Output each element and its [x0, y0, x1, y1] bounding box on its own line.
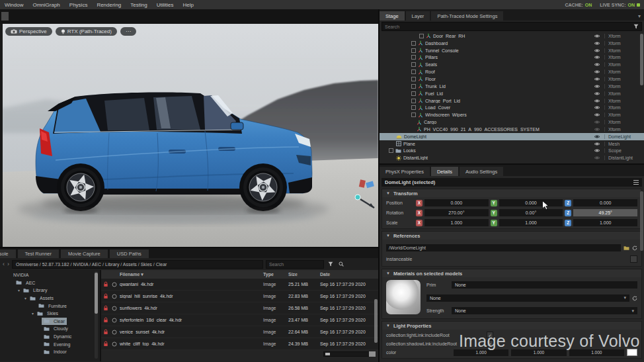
tab-test-runner[interactable]: Test Runner: [18, 249, 59, 258]
stage-row-load-cover[interactable]: Load_CoverXform: [380, 104, 644, 111]
expander-box[interactable]: [411, 62, 416, 67]
file-list-hscrollbar[interactable]: [323, 351, 374, 357]
expander-box[interactable]: [389, 148, 393, 153]
menu-testing[interactable]: Testing: [126, 2, 151, 8]
stage-row-dashboard[interactable]: DashboardXform: [380, 40, 644, 47]
visibility-eye-icon[interactable]: [590, 134, 604, 139]
refresh-icon[interactable]: [632, 292, 637, 304]
file-list-scrollbar[interactable]: [374, 299, 378, 343]
folder-dynamic[interactable]: Dynamic: [0, 333, 100, 341]
reference-path-field[interactable]: /World/DomeLight: [386, 244, 621, 251]
visibility-eye-icon[interactable]: [590, 77, 604, 81]
visibility-eye-icon[interactable]: [590, 34, 604, 38]
properties-scrollbar[interactable]: [640, 191, 643, 251]
file-row-syferfontein-18d-clear-4k-hdr[interactable]: syferfontein_18d_clear_4k.hdrImage23.47 …: [101, 314, 378, 326]
expander-icon[interactable]: ▾: [17, 288, 21, 293]
stage-row-domelight[interactable]: DomeLightDomeLight: [380, 133, 644, 140]
stage-row-looks[interactable]: LooksScope: [380, 148, 644, 155]
rotation-z-field[interactable]: 49.25°: [573, 209, 637, 216]
breadcrumb-back-icon[interactable]: ‹: [3, 261, 5, 267]
materials-section-header[interactable]: ▼ Materials on selected models: [382, 269, 641, 277]
col-filename[interactable]: Filename ▾: [118, 272, 263, 277]
file-row-signal-hill-sunrise-4k-hdr[interactable]: signal_hill_sunrise_4k.hdrImage22.83 MBS…: [101, 291, 378, 302]
visibility-eye-icon[interactable]: [590, 62, 604, 67]
prim-field[interactable]: None: [452, 281, 637, 289]
expander-box[interactable]: [411, 77, 416, 81]
transform-section-header[interactable]: ▼ Transform: [382, 189, 641, 197]
breadcrumb[interactable]: Omniverse / 52.87.73.182 / NVIDIA / AEC …: [12, 260, 263, 269]
visibility-eye-icon[interactable]: [590, 113, 604, 117]
renderer-selector-button[interactable]: RTX (Path-Traced): [56, 27, 117, 36]
menu-help[interactable]: Help: [178, 2, 198, 8]
refresh-icon[interactable]: [632, 242, 637, 253]
position-y-field[interactable]: 0.000: [499, 199, 563, 206]
expander-icon[interactable]: ▾: [23, 296, 28, 300]
stage-row-tunnel-console[interactable]: Tunnel_ConsoleXform: [380, 47, 644, 54]
expander-box[interactable]: [411, 99, 416, 103]
visibility-eye-icon[interactable]: [590, 99, 604, 103]
breadcrumb-forward-icon[interactable]: ›: [7, 261, 9, 267]
references-section-header[interactable]: ▼ References: [382, 232, 641, 240]
visibility-eye-icon[interactable]: [590, 48, 604, 53]
expander-box[interactable]: [411, 105, 416, 110]
menu-physics[interactable]: Physics: [65, 2, 93, 8]
stage-row-plane[interactable]: PlaneMesh: [380, 140, 644, 148]
visibility-eye-icon[interactable]: [590, 55, 604, 60]
stage-scrollbar[interactable]: [640, 34, 643, 85]
tab-details[interactable]: Details: [431, 167, 458, 176]
col-type[interactable]: Type: [263, 272, 288, 277]
file-row-sunflowers-4k-hdr[interactable]: sunflowers_4k.hdrImage26.58 MBSep 16 17:…: [101, 302, 378, 314]
stage-row-cargo[interactable]: CargoXform: [380, 118, 644, 126]
stage-row-door-rear-rh[interactable]: Door_Rear_RHXform: [380, 32, 644, 40]
expander-box[interactable]: [411, 69, 416, 74]
folder-evening[interactable]: Evening: [0, 340, 100, 348]
search-icon[interactable]: [337, 261, 345, 267]
stage-search-input[interactable]: Search: [382, 22, 642, 31]
menu-window[interactable]: Window: [0, 2, 28, 8]
tab-physx-properties[interactable]: PhysX Properties: [380, 167, 430, 176]
filter-icon[interactable]: [633, 24, 639, 30]
folder-assets[interactable]: ▾Assets: [0, 294, 100, 302]
visibility-eye-icon[interactable]: [590, 105, 604, 110]
tab-path-traced-mode-settings[interactable]: Path-Traced Mode Settings: [431, 11, 503, 21]
file-row-white-cliff-top-4k-hdr[interactable]: white_cliff_top_4k.hdrImage24.39 MBSep 1…: [101, 338, 378, 350]
visibility-eye-icon[interactable]: [590, 127, 604, 132]
rotation-y-field[interactable]: 0.00°: [499, 209, 563, 216]
folder-library[interactable]: ▾Library: [0, 287, 100, 294]
visibility-eye-icon[interactable]: [590, 69, 604, 74]
visibility-eye-icon[interactable]: [590, 91, 604, 96]
expander-box[interactable]: [411, 113, 416, 117]
visibility-eye-icon[interactable]: [590, 41, 604, 46]
stage-row-fuel-lid[interactable]: Fuel_LidXform: [380, 90, 644, 97]
tab-movie-capture[interactable]: Movie Capture: [61, 249, 108, 258]
col-date[interactable]: Date: [320, 272, 378, 277]
stage-row-seats[interactable]: SeatsXform: [380, 61, 644, 68]
folder-cloudy[interactable]: Cloudy: [0, 325, 100, 333]
folder-skies[interactable]: ▾Skies: [0, 310, 100, 318]
light-properties-section-header[interactable]: ▼ Light Properties: [382, 322, 641, 330]
scale-z-field[interactable]: 1.000: [573, 219, 637, 226]
rotation-x-field[interactable]: 270.00°: [424, 209, 489, 216]
tab-console[interactable]: Console: [0, 249, 16, 258]
folder-indoor[interactable]: Indoor: [0, 348, 100, 356]
camera-selector-button[interactable]: Perspective: [5, 27, 52, 36]
view-toggle-icon[interactable]: [369, 351, 376, 357]
visibility-eye-icon[interactable]: [590, 84, 604, 89]
visibility-eye-icon[interactable]: [590, 142, 604, 146]
file-row-venice-sunset-4k-hdr[interactable]: venice_sunset_4k.hdrImage22.64 MBSep 16 …: [101, 326, 378, 338]
expander-box[interactable]: [411, 48, 416, 53]
stage-row-ph-vcc40-990-21-a-990-accessories-system[interactable]: PH_VCC40_990_21_A_990_ACCESSORIES_SYSTEM…: [380, 126, 644, 133]
tab-audio-settings[interactable]: Audio Settings: [460, 167, 503, 176]
folder-furniture[interactable]: Furniture: [0, 302, 100, 310]
tab-stage[interactable]: Stage: [380, 11, 405, 21]
stage-row-charge-port-lid[interactable]: Charge_Port_LidXform: [380, 97, 644, 105]
viewport-options-button[interactable]: ⋯: [120, 27, 136, 36]
expander-box[interactable]: [411, 84, 416, 89]
menu-rendering[interactable]: Rendering: [92, 2, 126, 8]
viewport-tab-nub[interactable]: [1, 12, 9, 21]
stage-row-distantlight[interactable]: DistantLightDistantLight: [380, 154, 644, 161]
strength-dropdown[interactable]: None ▾: [452, 307, 637, 314]
expander-box[interactable]: [411, 55, 416, 60]
visibility-eye-icon[interactable]: [590, 120, 604, 124]
expander-box[interactable]: [411, 91, 416, 96]
